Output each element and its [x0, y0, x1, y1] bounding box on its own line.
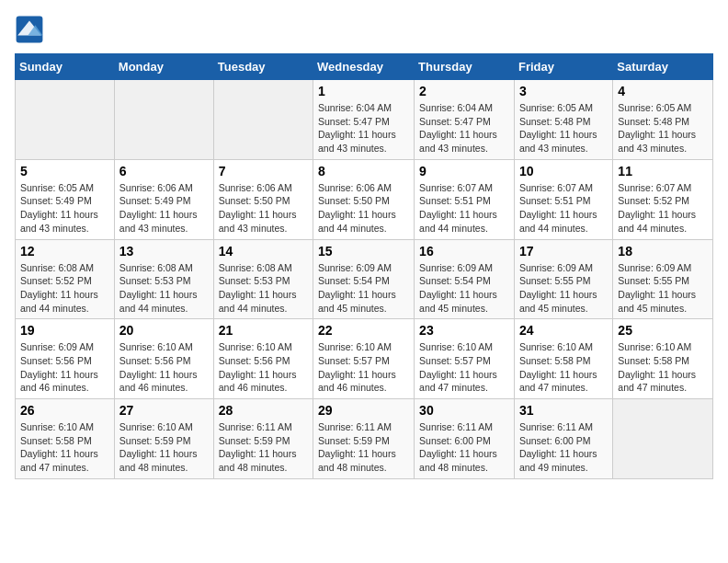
day-number: 18 — [618, 244, 708, 259]
weekday-header-friday: Friday — [514, 54, 612, 80]
calendar-cell: 14Sunrise: 6:08 AMSunset: 5:53 PMDayligh… — [213, 239, 313, 319]
day-info: Sunrise: 6:10 AMSunset: 5:59 PMDaylight:… — [119, 420, 209, 475]
calendar-cell: 18Sunrise: 6:09 AMSunset: 5:55 PMDayligh… — [613, 239, 713, 319]
day-number: 8 — [318, 164, 409, 178]
weekday-header-tuesday: Tuesday — [213, 54, 313, 80]
day-info: Sunrise: 6:05 AMSunset: 5:48 PMDaylight:… — [519, 101, 608, 155]
calendar-cell: 24Sunrise: 6:10 AMSunset: 5:58 PMDayligh… — [514, 319, 612, 399]
day-info: Sunrise: 6:10 AMSunset: 5:58 PMDaylight:… — [618, 340, 708, 395]
calendar-week-4: 19Sunrise: 6:09 AMSunset: 5:56 PMDayligh… — [16, 319, 713, 399]
calendar-cell: 1Sunrise: 6:04 AMSunset: 5:47 PMDaylight… — [313, 80, 415, 160]
calendar-week-2: 5Sunrise: 6:05 AMSunset: 5:49 PMDaylight… — [16, 159, 713, 239]
calendar-cell: 17Sunrise: 6:09 AMSunset: 5:55 PMDayligh… — [514, 239, 612, 319]
weekday-header-sunday: Sunday — [16, 54, 115, 80]
calendar-cell — [213, 80, 313, 160]
day-number: 19 — [20, 323, 109, 338]
day-info: Sunrise: 6:06 AMSunset: 5:50 PMDaylight:… — [219, 181, 308, 236]
calendar-body: 1Sunrise: 6:04 AMSunset: 5:47 PMDaylight… — [16, 80, 713, 479]
day-number: 21 — [219, 323, 308, 338]
day-number: 24 — [519, 323, 608, 338]
calendar-cell — [16, 80, 115, 160]
day-number: 20 — [119, 323, 209, 338]
calendar-cell: 23Sunrise: 6:10 AMSunset: 5:57 PMDayligh… — [415, 319, 515, 399]
day-info: Sunrise: 6:11 AMSunset: 5:59 PMDaylight:… — [219, 420, 308, 475]
day-info: Sunrise: 6:07 AMSunset: 5:51 PMDaylight:… — [519, 181, 608, 236]
day-number: 7 — [219, 164, 308, 178]
page-header — [15, 15, 713, 44]
day-info: Sunrise: 6:09 AMSunset: 5:55 PMDaylight:… — [519, 261, 608, 316]
day-number: 11 — [618, 164, 708, 178]
calendar-table: SundayMondayTuesdayWednesdayThursdayFrid… — [15, 53, 713, 479]
calendar-cell: 6Sunrise: 6:06 AMSunset: 5:49 PMDaylight… — [114, 159, 213, 239]
day-info: Sunrise: 6:05 AMSunset: 5:49 PMDaylight:… — [20, 181, 109, 236]
calendar-cell: 5Sunrise: 6:05 AMSunset: 5:49 PMDaylight… — [16, 159, 115, 239]
day-number: 14 — [219, 244, 308, 259]
day-number: 5 — [20, 164, 109, 178]
day-number: 27 — [119, 403, 209, 418]
day-number: 9 — [419, 164, 509, 178]
calendar-cell: 11Sunrise: 6:07 AMSunset: 5:52 PMDayligh… — [613, 159, 713, 239]
day-info: Sunrise: 6:09 AMSunset: 5:56 PMDaylight:… — [20, 340, 109, 395]
day-number: 25 — [618, 323, 708, 338]
day-info: Sunrise: 6:08 AMSunset: 5:53 PMDaylight:… — [119, 261, 209, 316]
day-info: Sunrise: 6:10 AMSunset: 5:56 PMDaylight:… — [119, 340, 209, 395]
calendar-header: SundayMondayTuesdayWednesdayThursdayFrid… — [16, 54, 713, 80]
day-number: 13 — [119, 244, 209, 259]
day-info: Sunrise: 6:08 AMSunset: 5:53 PMDaylight:… — [219, 261, 308, 316]
day-info: Sunrise: 6:11 AMSunset: 5:59 PMDaylight:… — [318, 420, 409, 475]
day-info: Sunrise: 6:07 AMSunset: 5:51 PMDaylight:… — [419, 181, 509, 236]
calendar-cell: 13Sunrise: 6:08 AMSunset: 5:53 PMDayligh… — [114, 239, 213, 319]
calendar-cell: 10Sunrise: 6:07 AMSunset: 5:51 PMDayligh… — [514, 159, 612, 239]
calendar-cell: 9Sunrise: 6:07 AMSunset: 5:51 PMDaylight… — [415, 159, 515, 239]
day-info: Sunrise: 6:10 AMSunset: 5:56 PMDaylight:… — [219, 340, 308, 395]
day-number: 30 — [419, 403, 509, 418]
weekday-row: SundayMondayTuesdayWednesdayThursdayFrid… — [16, 54, 713, 80]
day-number: 10 — [519, 164, 608, 178]
day-number: 26 — [20, 403, 109, 418]
day-info: Sunrise: 6:06 AMSunset: 5:50 PMDaylight:… — [318, 181, 409, 236]
calendar-cell — [613, 399, 713, 479]
calendar-cell: 20Sunrise: 6:10 AMSunset: 5:56 PMDayligh… — [114, 319, 213, 399]
calendar-cell: 25Sunrise: 6:10 AMSunset: 5:58 PMDayligh… — [613, 319, 713, 399]
day-number: 12 — [20, 244, 109, 259]
weekday-header-monday: Monday — [114, 54, 213, 80]
day-info: Sunrise: 6:09 AMSunset: 5:54 PMDaylight:… — [419, 261, 509, 316]
calendar-cell: 28Sunrise: 6:11 AMSunset: 5:59 PMDayligh… — [213, 399, 313, 479]
day-info: Sunrise: 6:10 AMSunset: 5:58 PMDaylight:… — [20, 420, 109, 475]
day-info: Sunrise: 6:07 AMSunset: 5:52 PMDaylight:… — [618, 181, 708, 236]
day-info: Sunrise: 6:04 AMSunset: 5:47 PMDaylight:… — [419, 101, 509, 155]
logo — [15, 15, 48, 44]
day-info: Sunrise: 6:06 AMSunset: 5:49 PMDaylight:… — [119, 181, 209, 236]
calendar-cell: 30Sunrise: 6:11 AMSunset: 6:00 PMDayligh… — [415, 399, 515, 479]
calendar-cell: 15Sunrise: 6:09 AMSunset: 5:54 PMDayligh… — [313, 239, 415, 319]
day-number: 22 — [318, 323, 409, 338]
day-info: Sunrise: 6:10 AMSunset: 5:57 PMDaylight:… — [318, 340, 409, 395]
calendar-cell: 19Sunrise: 6:09 AMSunset: 5:56 PMDayligh… — [16, 319, 115, 399]
calendar-cell: 12Sunrise: 6:08 AMSunset: 5:52 PMDayligh… — [16, 239, 115, 319]
calendar-cell: 2Sunrise: 6:04 AMSunset: 5:47 PMDaylight… — [415, 80, 515, 160]
calendar-cell: 29Sunrise: 6:11 AMSunset: 5:59 PMDayligh… — [313, 399, 415, 479]
calendar-week-3: 12Sunrise: 6:08 AMSunset: 5:52 PMDayligh… — [16, 239, 713, 319]
weekday-header-thursday: Thursday — [415, 54, 515, 80]
day-info: Sunrise: 6:08 AMSunset: 5:52 PMDaylight:… — [20, 261, 109, 316]
day-number: 1 — [318, 84, 409, 98]
calendar-cell: 22Sunrise: 6:10 AMSunset: 5:57 PMDayligh… — [313, 319, 415, 399]
calendar-cell: 3Sunrise: 6:05 AMSunset: 5:48 PMDaylight… — [514, 80, 612, 160]
day-info: Sunrise: 6:09 AMSunset: 5:54 PMDaylight:… — [318, 261, 409, 316]
day-number: 4 — [618, 84, 708, 98]
day-number: 29 — [318, 403, 409, 418]
day-info: Sunrise: 6:04 AMSunset: 5:47 PMDaylight:… — [318, 101, 409, 155]
calendar-cell — [114, 80, 213, 160]
day-number: 15 — [318, 244, 409, 259]
calendar-week-1: 1Sunrise: 6:04 AMSunset: 5:47 PMDaylight… — [16, 80, 713, 160]
calendar-cell: 7Sunrise: 6:06 AMSunset: 5:50 PMDaylight… — [213, 159, 313, 239]
day-number: 28 — [219, 403, 308, 418]
day-number: 16 — [419, 244, 509, 259]
day-info: Sunrise: 6:10 AMSunset: 5:58 PMDaylight:… — [519, 340, 608, 395]
weekday-header-wednesday: Wednesday — [313, 54, 415, 80]
day-number: 31 — [519, 403, 608, 418]
calendar-week-5: 26Sunrise: 6:10 AMSunset: 5:58 PMDayligh… — [16, 399, 713, 479]
day-number: 17 — [519, 244, 608, 259]
day-info: Sunrise: 6:11 AMSunset: 6:00 PMDaylight:… — [519, 420, 608, 475]
day-info: Sunrise: 6:10 AMSunset: 5:57 PMDaylight:… — [419, 340, 509, 395]
